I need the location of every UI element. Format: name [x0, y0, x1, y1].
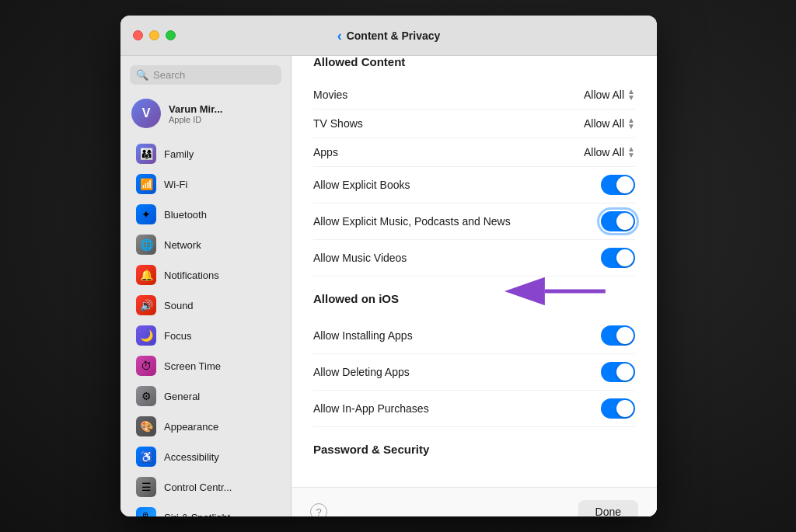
- sidebar-user[interactable]: V Varun Mir... Apple ID: [120, 94, 291, 133]
- network-label: Network: [164, 239, 201, 251]
- sidebar-item-family[interactable]: 👨‍👩‍👧Family: [125, 139, 286, 169]
- in-app-purchases-label: Allow In-App Purchases: [313, 402, 429, 415]
- sidebar-item-bluetooth[interactable]: ✦Bluetooth: [125, 200, 286, 229]
- wifi-icon: 📶: [136, 174, 156, 194]
- sidebar-item-general[interactable]: ⚙General: [125, 381, 286, 411]
- siri-icon: 🎙: [136, 507, 156, 516]
- done-button[interactable]: Done: [578, 500, 638, 516]
- family-icon: 👨‍👩‍👧: [136, 144, 156, 164]
- modal-help-button[interactable]: ?: [310, 503, 327, 516]
- apps-label: Apps: [313, 146, 338, 158]
- sidebar-item-network[interactable]: 🌐Network: [125, 230, 286, 259]
- select-arrows-icon: ▲▼: [627, 89, 635, 101]
- modal-row-explicit-books: Allow Explicit Books: [313, 167, 635, 203]
- apps-select[interactable]: Allow All ▲▼: [584, 146, 635, 158]
- notifications-icon: 🔔: [136, 265, 156, 285]
- modal-row-apps: Apps Allow All ▲▼: [313, 138, 635, 167]
- screentime-label: Screen Time: [164, 360, 221, 372]
- explicit-books-toggle[interactable]: [601, 175, 635, 195]
- user-info: Varun Mir... Apple ID: [169, 103, 222, 124]
- sidebar-item-siri[interactable]: 🎙Siri & Spotlight: [125, 502, 286, 516]
- section-title-allowed-ios: Allowed on iOS: [313, 292, 635, 305]
- bluetooth-label: Bluetooth: [164, 209, 207, 221]
- user-name: Varun Mir...: [169, 103, 222, 115]
- explicit-books-label: Allow Explicit Books: [313, 179, 410, 191]
- sidebar-item-sound[interactable]: 🔊Sound: [125, 290, 286, 320]
- section-title-password: Password & Security: [313, 443, 635, 456]
- screentime-icon: ⏱: [136, 356, 156, 376]
- traffic-lights: [133, 30, 176, 40]
- installing-apps-label: Allow Installing Apps: [313, 329, 413, 342]
- modal-row-installing-apps: Allow Installing Apps: [313, 318, 635, 354]
- modal-row-movies: Movies Allow All ▲▼: [313, 81, 635, 110]
- window-body: 🔍 Search V Varun Mir... Apple ID 👨‍👩‍👧Fa…: [120, 56, 657, 516]
- modal-row-deleting-apps: Allow Deleting Apps: [313, 354, 635, 391]
- avatar: V: [131, 99, 161, 128]
- sidebar-item-screentime[interactable]: ⏱Screen Time: [125, 351, 286, 381]
- deleting-apps-knob: [616, 363, 634, 381]
- sidebar-item-wifi[interactable]: 📶Wi-Fi: [125, 169, 286, 199]
- in-app-purchases-toggle[interactable]: [601, 398, 635, 419]
- sidebar-item-appearance[interactable]: 🎨Appearance: [125, 412, 286, 441]
- focus-icon: 🌙: [136, 325, 156, 346]
- tvshows-label: TV Shows: [313, 117, 363, 130]
- sound-label: Sound: [164, 300, 194, 311]
- general-label: General: [164, 391, 200, 402]
- title-bar: ‹ Content & Privacy: [120, 16, 657, 56]
- explicit-music-knob: [616, 213, 634, 230]
- accessibility-icon: ♿: [136, 447, 156, 467]
- search-icon: 🔍: [136, 69, 148, 81]
- explicit-music-label: Allow Explicit Music, Podcasts and News: [313, 215, 511, 228]
- installing-apps-toggle[interactable]: [601, 325, 635, 346]
- title-bar-center: ‹ Content & Privacy: [337, 29, 441, 43]
- deleting-apps-toggle[interactable]: [601, 362, 635, 382]
- main-content: › › › ? Allowed Content Movies: [292, 56, 657, 516]
- search-placeholder: Search: [153, 69, 185, 81]
- sidebar-items: 👨‍👩‍👧Family📶Wi-Fi✦Bluetooth🌐Network🔔Noti…: [120, 139, 291, 516]
- appearance-label: Appearance: [164, 421, 218, 433]
- close-button[interactable]: [133, 30, 143, 40]
- wifi-label: Wi-Fi: [164, 179, 187, 190]
- sidebar: 🔍 Search V Varun Mir... Apple ID 👨‍👩‍👧Fa…: [120, 56, 292, 516]
- modal-row-explicit-music: Allow Explicit Music, Podcasts and News: [313, 203, 635, 240]
- notifications-label: Notifications: [164, 269, 219, 281]
- focus-label: Focus: [164, 330, 191, 342]
- tvshows-arrows-icon: ▲▼: [627, 117, 635, 130]
- modal-body: Allowed Content Movies Allow All ▲▼ TV S…: [292, 56, 657, 487]
- section-title-allowed-content: Allowed Content: [313, 56, 635, 68]
- modal-overlay: Allowed Content Movies Allow All ▲▼ TV S…: [292, 56, 657, 516]
- minimize-button[interactable]: [149, 30, 159, 40]
- accessibility-label: Accessibility: [164, 451, 219, 463]
- music-videos-knob: [616, 249, 634, 266]
- bluetooth-icon: ✦: [136, 204, 156, 224]
- modal-dialog: Allowed Content Movies Allow All ▲▼ TV S…: [292, 56, 657, 516]
- movies-value: Allow All: [584, 89, 624, 101]
- control-label: Control Centr...: [164, 482, 232, 493]
- main-window: ‹ Content & Privacy 🔍 Search V Varun Mir…: [120, 16, 657, 516]
- search-bar[interactable]: 🔍 Search: [130, 65, 281, 85]
- modal-footer: ? Done: [292, 487, 657, 516]
- avatar-initials: V: [142, 106, 151, 120]
- movies-select[interactable]: Allow All ▲▼: [584, 89, 635, 101]
- window-title: Content & Privacy: [347, 30, 441, 42]
- sidebar-item-accessibility[interactable]: ♿Accessibility: [125, 442, 286, 471]
- in-app-purchases-knob: [616, 400, 634, 417]
- network-icon: 🌐: [136, 235, 156, 255]
- sidebar-item-focus[interactable]: 🌙Focus: [125, 321, 286, 350]
- music-videos-toggle[interactable]: [601, 248, 635, 268]
- deleting-apps-label: Allow Deleting Apps: [313, 366, 410, 378]
- tvshows-value: Allow All: [584, 117, 624, 130]
- sidebar-item-control[interactable]: ☰Control Centr...: [125, 472, 286, 502]
- modal-row-in-app-purchases: Allow In-App Purchases: [313, 391, 635, 427]
- maximize-button[interactable]: [166, 30, 176, 40]
- apps-value: Allow All: [584, 146, 624, 158]
- back-button[interactable]: ‹: [337, 29, 342, 43]
- general-icon: ⚙: [136, 386, 156, 406]
- sidebar-item-notifications[interactable]: 🔔Notifications: [125, 260, 286, 290]
- apps-arrows-icon: ▲▼: [627, 146, 635, 158]
- explicit-music-toggle[interactable]: [601, 211, 635, 231]
- movies-label: Movies: [313, 89, 347, 101]
- modal-row-tvshows: TV Shows Allow All ▲▼: [313, 110, 635, 138]
- installing-apps-knob: [616, 327, 634, 344]
- tvshows-select[interactable]: Allow All ▲▼: [584, 117, 635, 130]
